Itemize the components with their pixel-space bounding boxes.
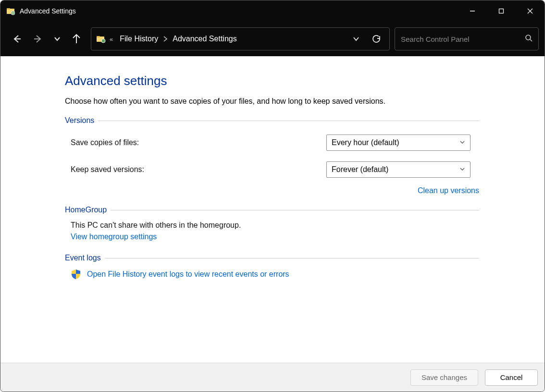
app-icon [6, 7, 15, 15]
recent-locations-button[interactable] [49, 28, 66, 49]
breadcrumb-overflow-icon[interactable]: « [110, 36, 113, 43]
save-changes-button[interactable]: Save changes [410, 369, 478, 386]
search-box[interactable] [395, 27, 539, 50]
group-header-versions: Versions [65, 116, 479, 125]
page-description: Choose how often you want to save copies… [65, 97, 479, 106]
homegroup-message: This PC can't share with others in the h… [71, 221, 479, 230]
homegroup-settings-link[interactable]: View homegroup settings [71, 233, 157, 241]
chevron-down-icon [459, 165, 465, 174]
content-area: Advanced settings Choose how often you w… [0, 56, 545, 363]
address-bar[interactable]: « File History Advanced Settings [91, 27, 390, 50]
divider [98, 121, 479, 121]
save-copies-value: Every hour (default) [332, 138, 399, 147]
keep-versions-label: Keep saved versions: [71, 165, 326, 174]
svg-point-7 [526, 35, 531, 40]
window-frame: Advanced Settings [0, 0, 545, 392]
navigation-bar: « File History Advanced Settings [0, 22, 545, 56]
keep-versions-value: Forever (default) [332, 165, 388, 174]
refresh-button[interactable] [366, 29, 386, 49]
save-copies-combobox[interactable]: Every hour (default) [326, 135, 471, 151]
save-copies-label: Save copies of files: [71, 138, 326, 147]
chevron-right-icon [163, 36, 168, 42]
window-controls [458, 0, 545, 22]
divider [111, 210, 479, 210]
back-button[interactable] [6, 28, 27, 49]
group-label-homegroup: HomeGroup [65, 206, 111, 214]
forward-button[interactable] [27, 28, 49, 49]
svg-rect-3 [499, 9, 504, 13]
minimize-button[interactable] [458, 0, 487, 22]
breadcrumb-advanced-settings[interactable]: Advanced Settings [170, 33, 239, 45]
search-input[interactable] [401, 35, 525, 43]
group-header-homegroup: HomeGroup [65, 206, 479, 214]
divider [105, 258, 479, 258]
group-label-versions: Versions [65, 116, 98, 125]
folder-icon [96, 34, 106, 44]
up-button[interactable] [66, 28, 87, 49]
chevron-down-icon [459, 138, 465, 147]
svg-rect-5 [97, 36, 100, 37]
svg-point-6 [101, 39, 105, 43]
svg-rect-1 [7, 8, 10, 10]
page-title: Advanced settings [65, 74, 479, 88]
maximize-button[interactable] [487, 0, 516, 22]
footer-bar: Save changes Cancel [0, 363, 545, 392]
event-logs-link[interactable]: Open File History event logs to view rec… [87, 270, 289, 279]
cancel-button[interactable]: Cancel [485, 369, 538, 386]
cleanup-versions-link[interactable]: Clean up versions [418, 186, 479, 195]
breadcrumb-file-history[interactable]: File History [117, 33, 161, 45]
window-title: Advanced Settings [20, 7, 76, 15]
close-button[interactable] [516, 0, 545, 22]
group-header-eventlogs: Event logs [65, 254, 479, 262]
keep-versions-combobox[interactable]: Forever (default) [326, 161, 471, 178]
shield-icon [71, 269, 81, 280]
search-icon [525, 34, 533, 44]
address-dropdown-button[interactable] [346, 29, 366, 49]
title-bar: Advanced Settings [0, 0, 545, 22]
group-label-eventlogs: Event logs [65, 254, 105, 262]
